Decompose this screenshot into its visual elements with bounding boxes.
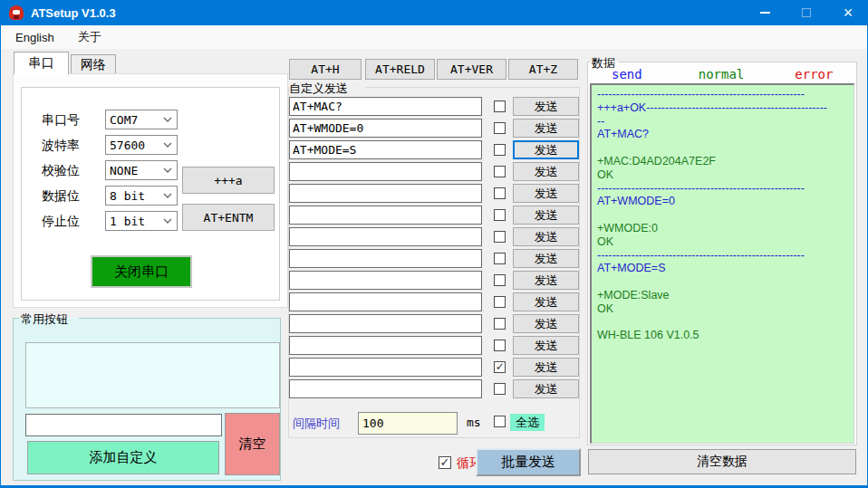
minimize-button[interactable]	[744, 0, 786, 25]
custom-send-input[interactable]	[289, 314, 482, 333]
loop-send-checkbox[interactable]: ✓	[439, 456, 451, 469]
custom-send-input[interactable]	[289, 271, 482, 290]
parity-select[interactable]: NONE	[105, 160, 178, 180]
send-button[interactable]: 发送	[513, 292, 579, 311]
tab-serial[interactable]: 串口	[14, 52, 69, 74]
send-button[interactable]: 发送	[513, 206, 579, 225]
custom-send-title: 自定义发送	[289, 81, 348, 97]
common-buttons-list[interactable]	[25, 342, 280, 408]
custom-send-input[interactable]	[289, 97, 482, 116]
log-line	[597, 275, 848, 289]
menu-item-about[interactable]: 关于	[78, 29, 101, 45]
window-title: ATSetup V1.0.3	[31, 6, 116, 20]
send-button[interactable]: 发送	[513, 227, 579, 246]
interval-input[interactable]	[358, 412, 458, 435]
custom-send-input[interactable]	[289, 292, 482, 311]
row-checkbox[interactable]	[494, 274, 506, 286]
log-line: +++a+OK---------------------------------…	[597, 101, 848, 115]
at-reld-button[interactable]: AT+RELD	[365, 59, 435, 80]
maximize-button[interactable]	[786, 0, 827, 25]
send-button[interactable]: 发送	[513, 184, 579, 203]
send-button[interactable]: 发送	[513, 379, 579, 398]
row-checkbox[interactable]	[494, 166, 506, 177]
send-button[interactable]: 发送	[513, 314, 579, 333]
at-h-button[interactable]: AT+H	[289, 59, 362, 80]
row-checkbox[interactable]	[494, 296, 506, 308]
data-bits-value: 8 bit	[106, 189, 145, 203]
row-checkbox[interactable]	[494, 122, 506, 134]
log-line: OK	[597, 235, 848, 249]
custom-send-input[interactable]	[289, 336, 482, 355]
menu-item-english[interactable]: English	[15, 31, 54, 44]
com-port-select[interactable]: COM7	[105, 110, 178, 129]
data-panel-title: 数据	[592, 55, 615, 72]
data-log[interactable]: ----------------------------------------…	[590, 83, 854, 444]
log-line	[597, 141, 848, 155]
row-checkbox[interactable]	[494, 318, 506, 330]
at-entm-button[interactable]: AT+ENTM	[182, 204, 275, 231]
custom-send-input[interactable]	[289, 249, 482, 268]
batch-send-button[interactable]: 批量发送	[476, 448, 581, 476]
send-button[interactable]: 发送	[513, 140, 579, 159]
plus-a-button[interactable]: +++a	[182, 167, 275, 194]
custom-send-rows: 发送发送发送发送发送发送发送发送发送发送发送发送✓发送发送	[289, 97, 579, 401]
custom-send-input[interactable]	[289, 162, 482, 181]
row-checkbox[interactable]: ✓	[494, 361, 506, 373]
label-com-port: 串口号	[42, 110, 80, 129]
parity-value: NONE	[106, 164, 138, 177]
add-custom-button[interactable]: 添加自定义	[27, 441, 219, 474]
send-button[interactable]: 发送	[513, 336, 579, 355]
data-bits-select[interactable]: 8 bit	[105, 186, 178, 206]
custom-send-row: 发送	[289, 271, 579, 290]
custom-send-input[interactable]	[289, 119, 482, 138]
label-baud-rate: 波特率	[42, 135, 80, 155]
log-line: --	[597, 115, 848, 129]
app-window: ATSetup V1.0.3 × English 关于 串口 网络 串口号 CO…	[0, 0, 868, 488]
row-checkbox[interactable]	[494, 144, 506, 156]
log-line: +MAC:D4AD204A7E2F	[597, 155, 848, 168]
custom-send-row: 发送	[289, 336, 579, 355]
custom-send-input[interactable]	[289, 184, 482, 203]
stop-bits-select[interactable]: 1 bit	[105, 211, 178, 231]
log-line	[597, 316, 848, 330]
custom-send-input[interactable]	[289, 227, 482, 246]
row-checkbox[interactable]	[494, 187, 506, 199]
chevron-down-icon	[163, 218, 172, 224]
close-serial-button[interactable]: 关闭串口	[91, 255, 192, 288]
custom-send-input[interactable]	[289, 140, 482, 159]
titlebar: ATSetup V1.0.3 ×	[1, 0, 868, 25]
clear-common-button[interactable]: 清空	[225, 413, 280, 475]
row-checkbox[interactable]	[494, 383, 506, 395]
row-checkbox[interactable]	[494, 209, 506, 221]
close-button[interactable]: ×	[827, 0, 868, 25]
custom-name-input[interactable]	[25, 414, 222, 436]
send-button[interactable]: 发送	[513, 97, 579, 116]
at-ver-button[interactable]: AT+VER	[437, 59, 506, 80]
send-button[interactable]: 发送	[513, 162, 579, 181]
clear-data-button[interactable]: 清空数据	[588, 449, 856, 474]
row-checkbox[interactable]	[494, 100, 506, 112]
custom-send-row: 发送	[289, 292, 579, 311]
custom-send-input[interactable]	[289, 358, 482, 377]
log-line: +WMODE:0	[597, 222, 848, 235]
baud-rate-select[interactable]: 57600	[105, 135, 178, 155]
app-icon	[9, 5, 24, 20]
at-z-button[interactable]: AT+Z	[508, 59, 578, 80]
chevron-down-icon	[163, 193, 172, 198]
close-icon: ×	[844, 5, 854, 21]
send-button[interactable]: 发送	[513, 271, 579, 290]
custom-send-row: 发送	[289, 249, 579, 268]
custom-send-input[interactable]	[289, 206, 482, 225]
row-checkbox[interactable]	[494, 253, 506, 264]
row-checkbox[interactable]	[494, 340, 506, 351]
log-line: AT+MODE=S	[597, 262, 848, 275]
tab-network[interactable]: 网络	[71, 54, 116, 74]
custom-send-input[interactable]	[289, 379, 482, 398]
select-all-checkbox[interactable]	[494, 416, 506, 427]
log-line: WH-BLE 106 V1.0.5	[597, 329, 848, 342]
label-data-bits: 数据位	[42, 186, 80, 206]
row-checkbox[interactable]	[494, 231, 506, 243]
send-button[interactable]: 发送	[513, 358, 579, 377]
send-button[interactable]: 发送	[513, 119, 579, 138]
send-button[interactable]: 发送	[513, 249, 579, 268]
